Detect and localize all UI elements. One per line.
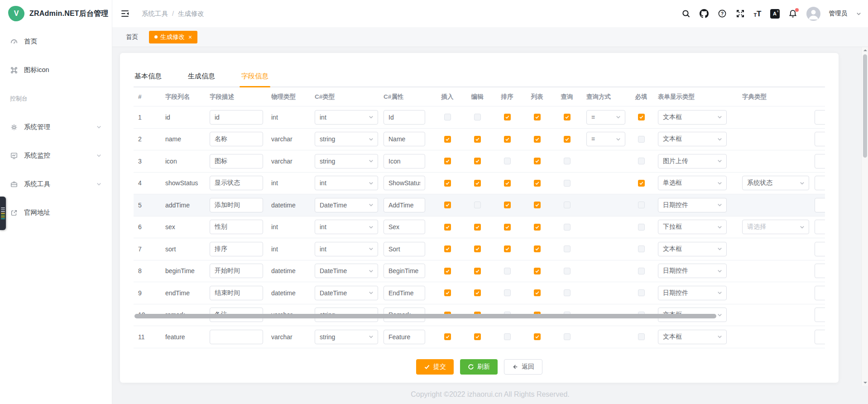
extra-input[interactable]	[815, 132, 825, 146]
query-checkbox[interactable]	[564, 114, 571, 120]
required-checkbox[interactable]	[638, 333, 645, 340]
extra-input[interactable]	[815, 154, 825, 168]
csharp-property-input[interactable]	[384, 198, 425, 212]
font-size-icon[interactable]: TT	[753, 10, 761, 18]
description-input[interactable]	[210, 154, 263, 168]
sort-checkbox[interactable]	[504, 268, 511, 274]
scroll-up-arrow[interactable]	[862, 47, 868, 53]
csharp-type-select[interactable]: string	[315, 132, 378, 146]
display-type-select[interactable]: 文本框	[658, 330, 727, 344]
edit-checkbox[interactable]	[474, 289, 481, 296]
query-checkbox[interactable]	[564, 224, 571, 231]
csharp-type-select[interactable]: int	[315, 176, 378, 190]
fullscreen-icon[interactable]	[735, 9, 745, 19]
required-checkbox[interactable]	[638, 114, 645, 120]
description-input[interactable]	[210, 220, 263, 234]
extra-input[interactable]	[815, 110, 825, 125]
list-checkbox[interactable]	[534, 289, 541, 296]
csharp-property-input[interactable]	[384, 286, 425, 300]
description-input[interactable]	[210, 176, 263, 190]
tab-2[interactable]: 字段信息	[241, 72, 269, 87]
sort-checkbox[interactable]	[504, 289, 511, 296]
tab-0[interactable]: 基本信息	[134, 72, 162, 87]
display-type-select[interactable]: 下拉框	[658, 220, 727, 234]
csharp-type-select[interactable]: string	[315, 330, 378, 344]
edit-checkbox[interactable]	[474, 224, 481, 231]
avatar[interactable]	[806, 7, 820, 21]
csharp-property-input[interactable]	[384, 242, 425, 256]
insert-checkbox[interactable]	[444, 136, 451, 143]
csharp-type-select[interactable]: DateTime	[315, 264, 378, 278]
extra-input[interactable]	[815, 176, 825, 190]
csharp-property-input[interactable]	[384, 154, 425, 168]
tab-1[interactable]: 生成信息	[188, 72, 215, 87]
help-icon[interactable]: ?	[717, 9, 727, 19]
display-type-select[interactable]: 文本框	[658, 132, 727, 146]
user-name[interactable]: 管理员	[829, 10, 848, 18]
csharp-property-input[interactable]	[384, 330, 425, 344]
scroll-down-arrow[interactable]	[862, 380, 868, 386]
description-input[interactable]	[210, 330, 263, 344]
sort-checkbox[interactable]	[504, 136, 511, 143]
query-checkbox[interactable]	[564, 180, 571, 187]
description-input[interactable]	[210, 286, 263, 300]
insert-checkbox[interactable]	[444, 268, 451, 274]
display-type-select[interactable]: 文本框	[658, 242, 727, 256]
required-checkbox[interactable]	[638, 245, 645, 252]
csharp-property-input[interactable]	[384, 132, 425, 146]
sort-checkbox[interactable]	[504, 158, 511, 164]
sidebar-collapse-icon[interactable]	[120, 9, 130, 19]
query-type-select[interactable]: =	[586, 110, 625, 125]
list-checkbox[interactable]	[534, 136, 541, 143]
required-checkbox[interactable]	[638, 202, 645, 208]
csharp-type-select[interactable]: int	[315, 220, 378, 234]
sidebar-item-5[interactable]: 系统工具	[0, 170, 112, 198]
edit-checkbox[interactable]	[474, 136, 481, 143]
csharp-property-input[interactable]	[384, 110, 425, 125]
csharp-property-input[interactable]	[384, 220, 425, 234]
sort-checkbox[interactable]	[504, 224, 511, 231]
close-icon[interactable]: ×	[188, 34, 192, 40]
query-checkbox[interactable]	[564, 268, 571, 274]
description-input[interactable]	[210, 132, 263, 146]
csharp-type-select[interactable]: DateTime	[315, 286, 378, 300]
edit-checkbox[interactable]	[474, 202, 481, 208]
back-button[interactable]: 返回	[504, 359, 542, 375]
required-checkbox[interactable]	[638, 158, 645, 164]
breadcrumb-item[interactable]: 系统工具	[142, 10, 168, 18]
query-checkbox[interactable]	[564, 289, 571, 296]
edit-checkbox[interactable]	[474, 180, 481, 187]
csharp-type-select[interactable]: DateTime	[315, 198, 378, 212]
sort-checkbox[interactable]	[504, 202, 511, 208]
description-input[interactable]	[210, 198, 263, 212]
insert-checkbox[interactable]	[444, 245, 451, 252]
query-checkbox[interactable]	[564, 136, 571, 143]
insert-checkbox[interactable]	[444, 202, 451, 208]
bell-icon[interactable]	[788, 9, 798, 19]
description-input[interactable]	[210, 110, 263, 125]
sidebar-item-0[interactable]: 首页	[0, 27, 112, 56]
side-drawer-handle[interactable]	[0, 197, 6, 230]
required-checkbox[interactable]	[638, 136, 645, 143]
list-checkbox[interactable]	[534, 224, 541, 231]
search-icon[interactable]	[681, 9, 691, 19]
list-checkbox[interactable]	[534, 202, 541, 208]
query-checkbox[interactable]	[564, 333, 571, 340]
list-checkbox[interactable]	[534, 268, 541, 274]
extra-input[interactable]	[815, 286, 825, 300]
sidebar-item-3[interactable]: 系统管理	[0, 113, 112, 141]
extra-input[interactable]	[815, 242, 825, 256]
edit-checkbox[interactable]	[474, 114, 481, 120]
chevron-down-icon[interactable]	[856, 11, 862, 17]
query-checkbox[interactable]	[564, 202, 571, 208]
description-input[interactable]	[210, 242, 263, 256]
query-type-select[interactable]: =	[586, 132, 625, 146]
list-checkbox[interactable]	[534, 158, 541, 164]
list-checkbox[interactable]	[534, 180, 541, 187]
edit-checkbox[interactable]	[474, 245, 481, 252]
github-icon[interactable]	[699, 9, 709, 19]
tag-0[interactable]: 首页	[120, 31, 144, 43]
sidebar-item-4[interactable]: 系统监控	[0, 141, 112, 170]
tag-1[interactable]: 生成修改×	[149, 31, 197, 43]
description-input[interactable]	[210, 264, 263, 278]
